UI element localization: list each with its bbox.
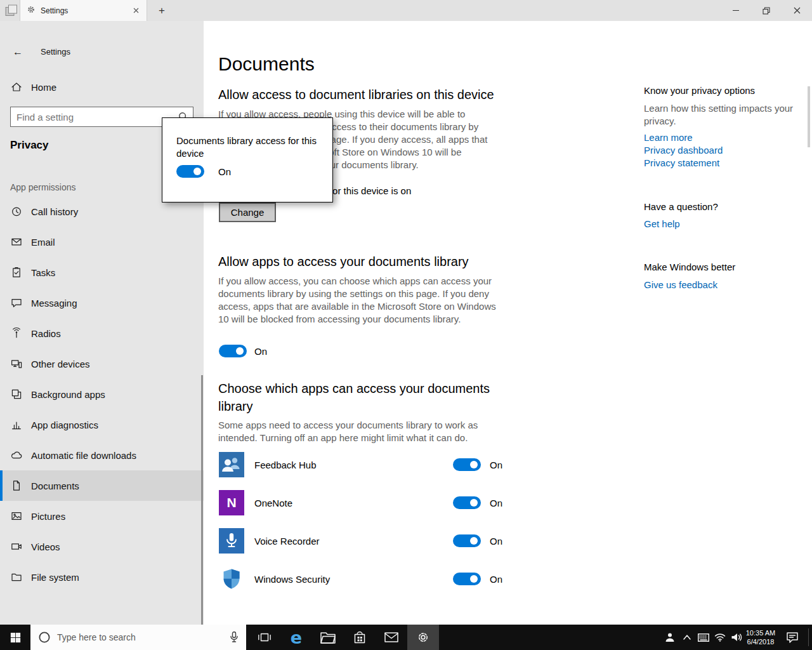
sidebar-item-label: Pictures: [31, 511, 65, 522]
sidebar-item-file-system[interactable]: File system: [0, 562, 204, 592]
app-row-onenote: N OneNote On: [219, 484, 504, 522]
sidebar-item-radios[interactable]: Radios: [0, 318, 204, 348]
app-name: Voice Recorder: [254, 536, 320, 547]
aside-privacy-body: Learn how this setting impacts your priv…: [644, 102, 796, 128]
sidebar-item-automatic-file-downloads[interactable]: Automatic file downloads: [0, 440, 204, 470]
minimize-button[interactable]: [721, 0, 751, 21]
sidebar-item-messaging[interactable]: Messaging: [0, 288, 204, 318]
sidebar-item-videos[interactable]: Videos: [0, 531, 204, 562]
sidebar-item-label: Other devices: [31, 359, 90, 369]
feedback-hub-toggle[interactable]: [453, 458, 481, 471]
apps-access-toggle[interactable]: [219, 345, 247, 357]
section-body-apps-access: If you allow access, you can choose whic…: [218, 275, 496, 326]
tray-overflow-button[interactable]: [680, 625, 694, 650]
sidebar-item-email[interactable]: Email: [0, 227, 204, 257]
sidebar-item-other-devices[interactable]: Other devices: [0, 348, 204, 379]
privacy-dashboard-link[interactable]: Privacy dashboard: [644, 145, 723, 156]
edge-icon: e: [291, 628, 302, 647]
settings-gear-icon: [416, 630, 430, 644]
clock-date: 6/4/2018: [742, 637, 779, 646]
start-button[interactable]: [0, 625, 30, 650]
sidebar-item-background-apps[interactable]: Background apps: [0, 379, 204, 409]
touch-keyboard-button[interactable]: [695, 625, 712, 650]
pictures-icon: [10, 510, 23, 522]
restore-button[interactable]: [751, 0, 782, 21]
windows-security-icon: [219, 566, 244, 592]
sidebar-scrollbar[interactable]: [201, 375, 203, 640]
email-icon: [10, 235, 23, 248]
close-button[interactable]: [782, 0, 812, 21]
sidebar-item-app-diagnostics[interactable]: App diagnostics: [0, 409, 204, 440]
network-tray-button[interactable]: [712, 625, 728, 650]
sidebar-item-pictures[interactable]: Pictures: [0, 501, 204, 531]
clock-time: 10:35 AM: [742, 628, 779, 637]
action-center-icon: [786, 631, 799, 644]
radios-icon: [10, 327, 23, 340]
keyboard-icon: [698, 633, 709, 642]
sidebar-item-label: Messaging: [31, 298, 77, 308]
app-name: OneNote: [254, 498, 292, 508]
action-center-button[interactable]: [779, 625, 806, 650]
toggle-state: On: [490, 460, 502, 470]
app-name: Windows Security: [254, 574, 330, 585]
aside-better-heading: Make Windows better: [644, 262, 735, 272]
aside-privacy-heading: Know your privacy options: [644, 85, 755, 96]
store-icon: [353, 630, 366, 644]
device-access-flyout: Documents library access for this device…: [162, 117, 333, 202]
nav-group-title: App permissions: [10, 182, 76, 192]
app-row-windows-security: Windows Security On: [219, 560, 504, 598]
tasks-icon: [10, 266, 23, 279]
show-desktop-divider[interactable]: [808, 628, 809, 646]
file-explorer-icon: [320, 631, 336, 644]
tab-close-icon[interactable]: [130, 5, 141, 17]
tab-overview-icon[interactable]: [5, 4, 18, 17]
videos-icon: [10, 540, 23, 553]
get-help-link[interactable]: Get help: [644, 218, 680, 229]
aside-question-heading: Have a question?: [644, 201, 718, 212]
mail-button[interactable]: [376, 625, 407, 650]
sidebar-item-label: App diagnostics: [31, 420, 98, 430]
voice-recorder-toggle[interactable]: [453, 534, 481, 547]
taskbar-search-placeholder: Type here to search: [57, 632, 230, 642]
taskbar-clock[interactable]: 10:35 AM 6/4/2018: [742, 628, 779, 646]
sidebar-item-documents[interactable]: Documents: [0, 470, 204, 501]
cloud-download-icon: [10, 449, 23, 461]
change-button[interactable]: Change: [219, 202, 276, 222]
background-apps-icon: [10, 388, 23, 401]
store-button[interactable]: [344, 625, 376, 650]
content-scrollbar[interactable]: [808, 86, 810, 147]
give-feedback-link[interactable]: Give us feedback: [644, 279, 717, 290]
close-icon: [794, 7, 801, 14]
learn-more-link[interactable]: Learn more: [644, 132, 693, 143]
microphone-icon[interactable]: [230, 631, 239, 644]
other-devices-icon: [10, 357, 23, 370]
new-tab-button[interactable]: +: [154, 3, 169, 18]
section-heading-choose-apps: Choose which apps can access your docume…: [218, 380, 491, 415]
back-button[interactable]: ←: [9, 45, 27, 59]
taskbar: Type here to search e: [0, 625, 812, 650]
file-explorer-button[interactable]: [312, 625, 344, 650]
sidebar-item-label: Radios: [31, 328, 61, 339]
settings-tab[interactable]: Settings: [20, 0, 147, 21]
app-row-feedback-hub: Feedback Hub On: [219, 446, 504, 484]
sidebar-item-home[interactable]: Home: [0, 72, 204, 102]
privacy-statement-link[interactable]: Privacy statement: [644, 157, 719, 168]
windows-security-toggle[interactable]: [453, 573, 481, 585]
edge-button[interactable]: e: [280, 625, 312, 650]
settings-taskbar-button[interactable]: [407, 625, 439, 650]
home-icon: [10, 81, 23, 93]
sidebar: ← Settings Home Privacy App permissions …: [0, 21, 204, 625]
onenote-toggle[interactable]: [453, 496, 481, 509]
people-tray-button[interactable]: [662, 625, 678, 650]
sidebar-item-tasks[interactable]: Tasks: [0, 257, 204, 288]
voice-recorder-icon: [219, 528, 244, 554]
taskbar-search-box[interactable]: Type here to search: [30, 625, 246, 650]
app-name: Feedback Hub: [254, 460, 317, 470]
section-heading-device-access: Allow access to document libraries on th…: [218, 88, 494, 102]
sidebar-item-label: Documents: [31, 481, 79, 491]
minimize-icon: [733, 10, 739, 11]
apps-access-toggle-state: On: [254, 346, 267, 357]
tab-title: Settings: [41, 6, 130, 15]
device-access-toggle[interactable]: [176, 165, 204, 178]
task-view-button[interactable]: [249, 625, 280, 650]
